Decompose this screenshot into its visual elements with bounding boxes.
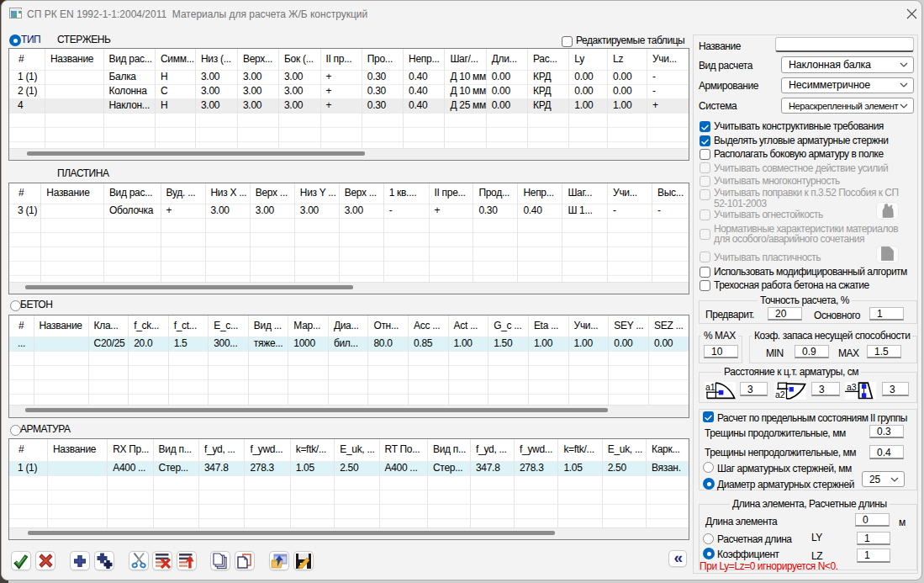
svg-text:a3: a3 bbox=[847, 382, 857, 392]
svg-text:a2: a2 bbox=[775, 390, 785, 400]
svg-text:a1: a1 bbox=[705, 382, 715, 392]
